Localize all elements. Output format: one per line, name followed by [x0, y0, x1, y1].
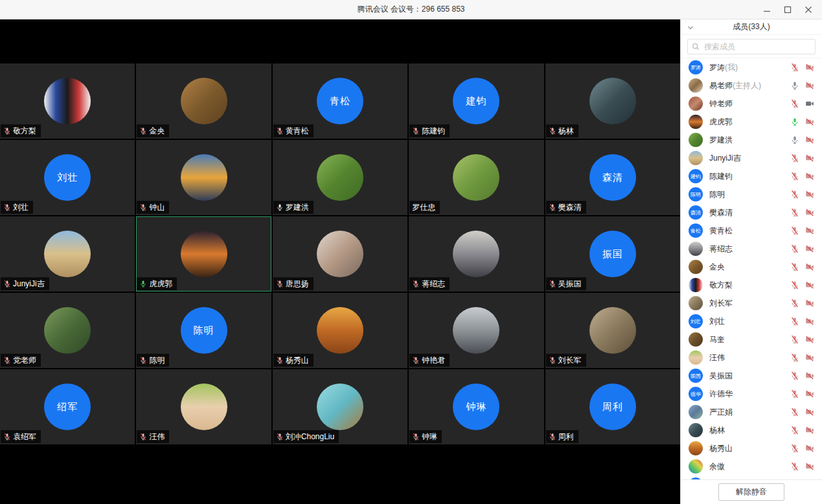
- mic-status-icon[interactable]: [790, 426, 799, 435]
- member-row[interactable]: 严正娟: [681, 403, 822, 421]
- member-row[interactable]: 马奎: [681, 330, 822, 349]
- camera-status-icon[interactable]: [805, 63, 814, 72]
- member-row[interactable]: 虎虎郭: [681, 113, 822, 131]
- mic-status-icon[interactable]: [790, 353, 799, 362]
- video-tile[interactable]: 唐思扬: [273, 216, 407, 292]
- close-button[interactable]: [799, 2, 818, 17]
- video-tile[interactable]: 党老师: [0, 293, 135, 368]
- camera-status-icon[interactable]: [805, 444, 814, 453]
- video-tile[interactable]: 蒋绍志: [409, 216, 543, 292]
- camera-status-icon[interactable]: [805, 226, 814, 235]
- member-row[interactable]: 余傲: [681, 457, 822, 475]
- video-tile[interactable]: JunyiJi吉: [0, 216, 135, 292]
- mic-status-icon[interactable]: [790, 444, 799, 453]
- mic-status-icon[interactable]: [790, 208, 799, 217]
- video-tile[interactable]: 周利 周利: [545, 369, 680, 444]
- video-tile[interactable]: 刘长军: [545, 293, 680, 368]
- member-row[interactable]: 刘长军: [681, 294, 822, 312]
- video-tile[interactable]: 罗仕忠: [409, 140, 543, 215]
- collapse-chevron-icon[interactable]: [687, 25, 694, 31]
- minimize-button[interactable]: [757, 2, 777, 17]
- video-tile[interactable]: 刘壮 刘壮: [0, 140, 135, 215]
- video-tile[interactable]: 金央: [136, 63, 271, 139]
- unmute-button[interactable]: 解除静音: [718, 483, 784, 501]
- camera-status-icon[interactable]: [805, 244, 814, 253]
- member-row[interactable]: 振国 吴振国: [681, 367, 822, 385]
- mic-status-icon[interactable]: [790, 317, 799, 326]
- camera-status-icon[interactable]: [805, 299, 814, 308]
- mic-status-icon[interactable]: [790, 244, 799, 253]
- mic-status-icon[interactable]: [790, 407, 799, 417]
- camera-status-icon[interactable]: [805, 389, 814, 398]
- camera-status-icon[interactable]: [805, 190, 814, 199]
- member-row[interactable]: JunyiJi吉: [681, 149, 822, 167]
- member-row[interactable]: 建钧 陈建钧: [681, 167, 822, 185]
- mic-status-icon[interactable]: [790, 135, 799, 144]
- mic-status-icon[interactable]: [790, 172, 799, 181]
- camera-status-icon[interactable]: [805, 353, 814, 362]
- member-row[interactable]: 陈明 陈明: [681, 185, 822, 203]
- video-tile[interactable]: 振国 吴振国: [545, 216, 680, 292]
- member-row[interactable]: 易老师(主持人): [681, 76, 822, 95]
- video-tile[interactable]: 钟山: [136, 140, 271, 215]
- video-tile[interactable]: 刘冲ChongLiu: [273, 369, 407, 444]
- video-tile[interactable]: 陈明 陈明: [136, 293, 271, 368]
- member-search-box[interactable]: [687, 39, 816, 54]
- mic-status-icon[interactable]: [790, 154, 799, 163]
- camera-status-icon[interactable]: [805, 99, 814, 108]
- mic-status-icon[interactable]: [790, 281, 799, 290]
- camera-status-icon[interactable]: [805, 117, 814, 126]
- video-tile[interactable]: 杨秀山: [273, 293, 407, 368]
- mic-status-icon[interactable]: [790, 190, 799, 199]
- video-tile[interactable]: 森清 樊森清: [545, 140, 680, 215]
- camera-status-icon[interactable]: [805, 335, 814, 344]
- video-tile[interactable]: 钟艳君: [409, 293, 543, 368]
- camera-status-icon[interactable]: [805, 426, 814, 435]
- camera-status-icon[interactable]: [805, 317, 814, 326]
- member-row[interactable]: 蒋绍志: [681, 240, 822, 258]
- mic-status-icon[interactable]: [790, 299, 799, 308]
- member-row[interactable]: 刘壮 刘壮: [681, 312, 822, 330]
- member-row[interactable]: 敬方梨: [681, 276, 822, 294]
- mic-status-icon[interactable]: [790, 117, 799, 126]
- camera-status-icon[interactable]: [805, 135, 814, 144]
- member-row[interactable]: 杨秀山: [681, 439, 822, 457]
- mic-status-icon[interactable]: [790, 462, 799, 471]
- camera-status-icon[interactable]: [805, 154, 814, 163]
- camera-status-icon[interactable]: [805, 371, 814, 380]
- mic-status-icon[interactable]: [790, 81, 799, 90]
- video-tile[interactable]: 钟琳 钟琳: [409, 369, 543, 444]
- mic-status-icon[interactable]: [790, 99, 799, 108]
- mic-status-icon[interactable]: [790, 226, 799, 235]
- camera-status-icon[interactable]: [805, 281, 814, 290]
- camera-status-icon[interactable]: [805, 462, 814, 471]
- video-tile[interactable]: 虎虎郭: [136, 216, 271, 292]
- mic-status-icon[interactable]: [790, 335, 799, 344]
- member-list[interactable]: 罗涛 罗涛(我) 易老师(主持人): [681, 58, 822, 479]
- mic-status-icon[interactable]: [790, 389, 799, 398]
- member-row[interactable]: 汪伟: [681, 349, 822, 367]
- video-tile[interactable]: 汪伟: [136, 369, 271, 444]
- video-tile[interactable]: 杨林: [545, 63, 680, 139]
- member-row[interactable]: 青松 黄青松: [681, 222, 822, 240]
- camera-status-icon[interactable]: [805, 172, 814, 181]
- member-row[interactable]: 杨林: [681, 421, 822, 439]
- video-tile[interactable]: 青松 黄青松: [273, 63, 407, 139]
- member-search-input[interactable]: [703, 41, 811, 52]
- maximize-button[interactable]: [778, 2, 797, 17]
- camera-status-icon[interactable]: [805, 262, 814, 271]
- video-tile[interactable]: 敬方梨: [0, 63, 135, 139]
- member-row[interactable]: 钟老师: [681, 95, 822, 113]
- member-row[interactable]: 森清 樊森清: [681, 203, 822, 222]
- video-tile[interactable]: 建钧 陈建钧: [409, 63, 543, 139]
- camera-status-icon[interactable]: [805, 208, 814, 217]
- mic-status-icon[interactable]: [790, 262, 799, 271]
- member-row[interactable]: 金央: [681, 258, 822, 276]
- video-tile[interactable]: 罗建洪: [273, 140, 407, 215]
- mic-status-icon[interactable]: [790, 371, 799, 380]
- member-row[interactable]: 罗涛 罗涛(我): [681, 58, 822, 76]
- member-row[interactable]: 罗建洪: [681, 131, 822, 149]
- member-row[interactable]: 德华 许德华: [681, 385, 822, 403]
- mic-status-icon[interactable]: [790, 63, 799, 72]
- camera-status-icon[interactable]: [805, 81, 814, 90]
